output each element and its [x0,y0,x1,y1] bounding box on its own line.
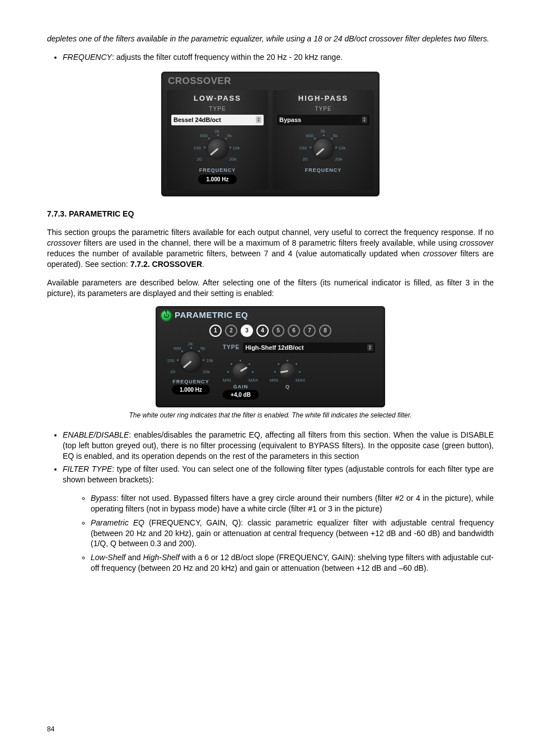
crossover-figure: CROSSOVER LOW-PASS TYPE Bessel 24dB/oct … [47,72,494,196]
highpass-type-select[interactable]: Bypass ▲▼ [277,115,369,125]
filter-type-sublist: Bypass: filter not used. Bypassed filter… [63,493,494,574]
tick-150: 150 [194,145,201,152]
filter-4[interactable]: 4 [256,325,269,337]
tick-2k: 2k [215,129,219,135]
tick-600: 600 [306,133,313,139]
tick-20: 20 [303,157,308,163]
highpass-freq-knob[interactable] [313,139,334,159]
filter-8[interactable]: 8 [319,325,331,337]
peq-title: PARAMETRIC EQ [175,309,248,321]
lowpass-head: LOW-PASS [170,93,265,104]
peq-caption: The white outer ring indicates that the … [47,411,494,420]
peq-type-select[interactable]: High-Shelf 12dB/oct ▲▼ [243,342,375,353]
q-knob[interactable] [280,363,296,379]
peq-freq-knob[interactable] [181,351,201,372]
tick-20k: 20k [335,157,343,163]
filter-2[interactable]: 2 [225,325,237,337]
bullet-frequency-list: FREQUENCY: adjusts the filter cutoff fre… [47,52,494,63]
parametric-para-2: Available parameters are described below… [47,278,494,299]
lowpass-col: LOW-PASS TYPE Bessel 24dB/oct ▲▼ 2k 600 … [167,90,268,190]
lowpass-type-value: Bessel 24dB/oct [174,116,221,124]
tick-10k: 10k [233,145,240,152]
sub-parametric-eq: Parametric EQ (FREQUENCY, GAIN, Q): clas… [91,518,494,550]
q-label: Q [285,383,290,390]
tick-10k: 10k [206,358,213,364]
intro-italic: depletes one of the filters available in… [47,34,494,44]
tick-600: 600 [174,346,181,352]
peq-freq-knob-wrap: 2k 600 5k 150 10k 20 20k [166,342,216,378]
lowpass-freq-value: 1.000 Hz [198,175,236,185]
param-list: ENABLE/DISABLE: enables/disables the par… [47,430,494,574]
filter-5[interactable]: 5 [272,325,284,337]
q-col: MIN MAX Q [270,359,306,400]
peq-right: TYPE High-Shelf 12dB/oct ▲▼ MIN MAX [223,342,375,400]
tick-20k: 20k [203,369,210,375]
highpass-knob-area: 2k 600 5k 150 10k 20 20k [276,130,371,173]
lowpass-type-select[interactable]: Bessel 24dB/oct ▲▼ [171,115,264,125]
spinner-icon[interactable]: ▲▼ [367,344,373,351]
peq-type-value: High-Shelf 12dB/oct [245,344,304,352]
tick-150: 150 [167,358,174,364]
peq-type-label: TYPE [223,344,240,351]
filter-7[interactable]: 7 [303,325,316,337]
bullet-filter-type: FILTER TYPE: type of filter used. You ca… [63,464,494,574]
filter-selector-row: 1 2 3 4 5 6 7 8 [161,325,380,337]
lowpass-freq-label: FREQUENCY [199,167,236,173]
peq-freq-col: 2k 600 5k 150 10k 20 20k [166,342,216,395]
page: depletes one of the filters available in… [0,0,534,756]
highpass-type-value: Bypass [279,116,301,124]
highpass-knob-wrap: 2k 600 5k 150 10k 20 20k [298,130,349,166]
freq-rest: : adjusts the filter cutoff frequency wi… [112,53,343,62]
filter-3[interactable]: 3 [241,325,253,337]
tick-20k: 20k [229,157,237,163]
freq-label: FREQUENCY [63,53,112,62]
gain-value: +4,0 dB [223,390,259,400]
tick-150: 150 [299,145,307,152]
gain-label: GAIN [233,383,249,390]
sub-bypass: Bypass: filter not used. Bypassed filter… [91,493,494,514]
section-heading: 7.7.3. PARAMETRIC EQ [47,209,494,219]
bullet-enable: ENABLE/DISABLE: enables/disables the par… [63,430,494,462]
tick-20: 20 [170,369,175,375]
gain-min: MIN [223,378,231,384]
sub-shelf: Low-Shelf and High-Shelf with a 6 or 12 … [91,552,494,574]
parametric-para-1: This section groups the parametric filte… [47,227,494,270]
filter-type-rest: : type of filter used. You can select on… [63,464,494,484]
tick-5k: 5k [333,133,338,139]
highpass-type-label: TYPE [276,105,371,113]
lowpass-knob-area: 2k 600 5k 150 10k 20 20k [170,130,265,185]
bullet-frequency: FREQUENCY: adjusts the filter cutoff fre… [63,52,494,63]
power-button[interactable]: ⏻ [161,311,171,321]
spinner-icon[interactable]: ▲▼ [362,116,367,123]
lowpass-freq-knob[interactable] [208,139,228,159]
lowpass-type-label: TYPE [170,105,265,113]
tick-2k: 2k [188,341,193,348]
tick-600: 600 [200,133,208,139]
page-number: 84 [47,725,54,734]
q-max: MAX [296,378,305,384]
highpass-freq-label: FREQUENCY [305,167,342,173]
gain-col: MIN MAX GAIN [223,359,259,400]
filter-6[interactable]: 6 [288,325,300,337]
lowpass-knob-wrap: 2k 600 5k 150 10k 20 20k [193,130,243,166]
crossover-title: CROSSOVER [168,75,374,88]
peq-type-row: TYPE High-Shelf 12dB/oct ▲▼ [223,342,375,353]
tick-5k: 5k [227,133,232,139]
power-icon: ⏻ [163,312,169,320]
highpass-col: HIGH-PASS TYPE Bypass ▲▼ 2k 600 5k 150 1… [273,90,374,190]
tick-20: 20 [197,157,202,163]
tick-2k: 2k [321,129,325,135]
peq-panel: ⏻ PARAMETRIC EQ 1 2 3 4 5 6 7 8 2k 600 5… [156,306,385,407]
enable-label: ENABLE/DISABLE [63,430,129,439]
peq-figure: ⏻ PARAMETRIC EQ 1 2 3 4 5 6 7 8 2k 600 5… [47,306,494,407]
filter-type-label: FILTER TYPE [63,464,112,473]
q-min: MIN [270,378,278,384]
highpass-head: HIGH-PASS [276,93,371,104]
gain-knob[interactable] [233,363,249,379]
crossover-panel: CROSSOVER LOW-PASS TYPE Bessel 24dB/oct … [161,72,380,196]
filter-1[interactable]: 1 [209,325,222,337]
peq-freq-label: FREQUENCY [172,378,209,385]
peq-freq-value: 1.000 Hz [172,385,210,395]
spinner-icon[interactable]: ▲▼ [256,116,261,123]
tick-5k: 5k [200,346,205,352]
